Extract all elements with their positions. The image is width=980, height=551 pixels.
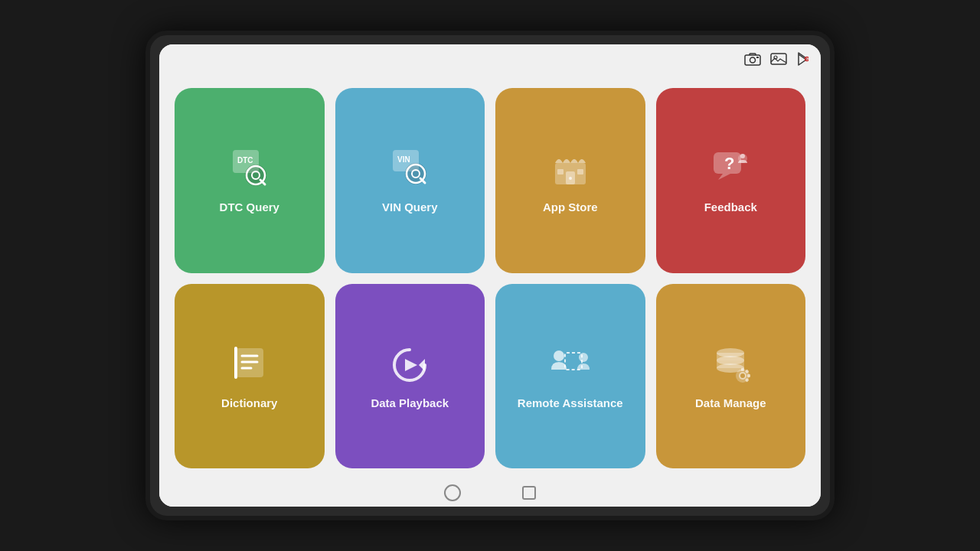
bluetooth-icon (796, 51, 808, 71)
dictionary-label: Dictionary (221, 396, 277, 410)
feedback-tile[interactable]: ? Feedback (656, 88, 806, 273)
tablet-screen: DTC DTC Query VIN (159, 44, 821, 507)
svg-rect-47 (747, 374, 750, 377)
svg-point-21 (569, 177, 572, 180)
status-bar (159, 44, 821, 77)
app-store-tile[interactable]: App Store (495, 88, 645, 273)
dtc-query-label: DTC Query (220, 201, 279, 214)
vin-query-tile[interactable]: VIN VIN Query (335, 88, 485, 273)
recent-button[interactable] (522, 486, 536, 500)
image-icon (770, 52, 787, 70)
dtc-icon: DTC (227, 146, 273, 194)
home-button[interactable] (444, 484, 461, 501)
remote-assistance-tile[interactable]: Remote Assistance (495, 284, 645, 469)
vin-query-label: VIN Query (382, 201, 438, 214)
svg-rect-45 (741, 368, 744, 371)
feedback-label: Feedback (704, 201, 757, 214)
data-manage-label: Data Manage (695, 396, 766, 410)
svg-text:?: ? (724, 154, 734, 173)
playback-icon (387, 342, 433, 390)
camera-icon (744, 52, 761, 70)
svg-rect-3 (771, 54, 786, 64)
svg-point-37 (579, 353, 588, 362)
dictionary-tile[interactable]: Dictionary (175, 284, 325, 469)
dtc-query-tile[interactable]: DTC DTC Query (175, 88, 325, 273)
data-playback-tile[interactable]: Data Playback (335, 284, 485, 469)
svg-point-49 (740, 373, 745, 378)
vin-icon: VIN (387, 146, 433, 194)
dict-icon (227, 342, 273, 390)
remote-icon (545, 342, 595, 390)
svg-marker-34 (405, 359, 417, 371)
data-playback-label: Data Playback (371, 396, 449, 410)
store-icon (547, 146, 593, 194)
svg-rect-0 (745, 55, 760, 65)
svg-text:VIN: VIN (397, 155, 410, 164)
svg-point-27 (740, 154, 745, 158)
app-grid: DTC DTC Query VIN (159, 77, 821, 479)
remote-assistance-label: Remote Assistance (518, 396, 623, 410)
svg-text:DTC: DTC (237, 156, 253, 165)
manage-icon (707, 342, 753, 390)
feedback-icon: ? (707, 146, 753, 194)
svg-marker-33 (419, 359, 425, 371)
svg-rect-2 (756, 57, 759, 58)
svg-rect-22 (557, 169, 564, 174)
svg-point-35 (554, 350, 564, 361)
svg-point-1 (750, 57, 756, 63)
tablet-frame: DTC DTC Query VIN (145, 31, 835, 520)
bottom-nav-bar (159, 479, 821, 507)
svg-rect-23 (577, 169, 583, 174)
app-store-label: App Store (543, 201, 598, 214)
data-manage-tile[interactable]: Data Manage (656, 284, 806, 469)
